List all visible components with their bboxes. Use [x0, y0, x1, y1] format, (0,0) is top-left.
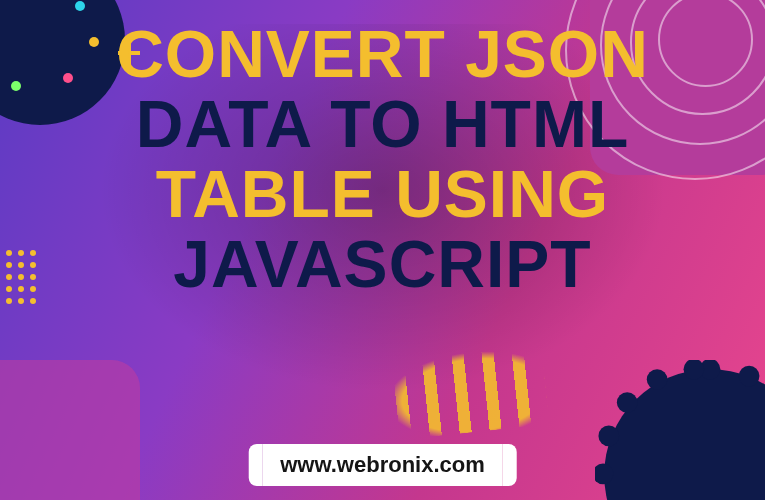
website-pill: www.webronix.com [248, 444, 517, 486]
svg-point-1 [700, 360, 721, 380]
svg-point-2 [739, 366, 760, 387]
bottom-right-stripes [361, 333, 550, 443]
svg-point-16 [617, 392, 638, 413]
headline-part-2: Data to HTML [0, 90, 765, 160]
headline: Convert JSON Data to HTML Table Using Ja… [0, 20, 765, 300]
svg-point-17 [647, 369, 668, 390]
pill-cap-right [503, 444, 517, 486]
bottom-right-scallop [595, 360, 765, 500]
bottom-left-patch [0, 360, 140, 500]
pill-cap-left [248, 444, 262, 486]
headline-part-4: JavaScript [0, 230, 765, 300]
svg-point-18 [684, 360, 705, 380]
website-url: www.webronix.com [262, 444, 503, 486]
headline-part-1: Convert JSON [0, 20, 765, 90]
svg-point-14 [595, 464, 613, 485]
svg-point-15 [598, 426, 619, 447]
headline-part-3: Table Using [0, 160, 765, 230]
svg-point-0 [604, 369, 765, 500]
